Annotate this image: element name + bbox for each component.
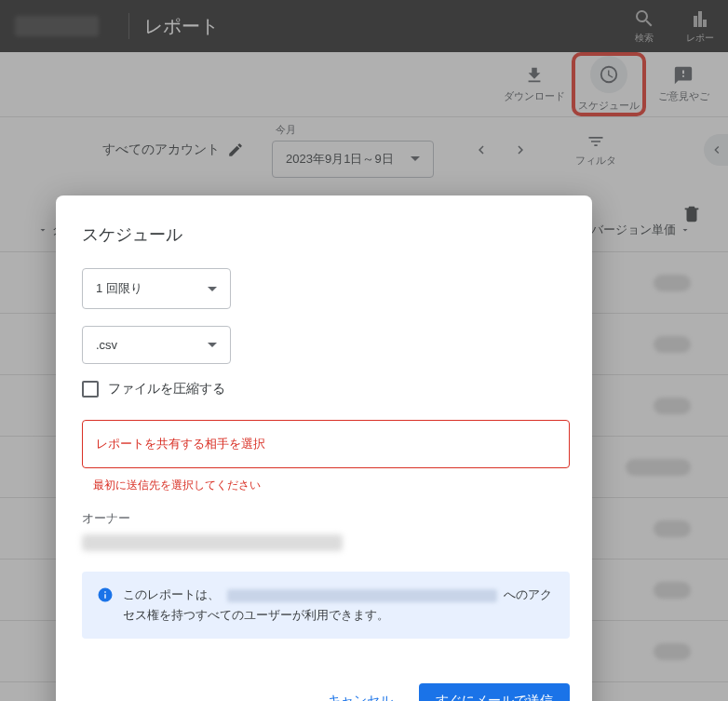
info-prefix: このレポートは、 [123,587,220,601]
format-select[interactable]: .csv [82,326,231,364]
chevron-down-icon [208,343,217,347]
owner-label: オーナー [82,510,570,527]
cancel-button[interactable]: キャンセル [317,685,404,701]
info-blurred-segment [227,589,497,602]
compress-label: ファイルを圧縮する [108,381,225,398]
share-recipients-input[interactable]: レポートを共有する相手を選択 [82,420,570,468]
schedule-dialog: スケジュール 1 回限り .csv ファイルを圧縮する レポートを共有する相手を… [56,195,592,701]
dialog-actions: キャンセル すぐにメールで送信 [82,683,570,701]
owner-value-blurred [82,534,343,551]
format-value: .csv [96,338,117,352]
dialog-title: スケジュール [82,223,570,246]
frequency-value: 1 回限り [96,280,142,297]
info-box: このレポートは、 へのアクセス権を持つすべてのユーザーが利用できます。 [82,572,570,639]
share-placeholder: レポートを共有する相手を選択 [96,437,265,451]
compress-checkbox-row[interactable]: ファイルを圧縮する [82,381,570,398]
compress-checkbox[interactable] [82,381,99,398]
info-icon [97,586,114,603]
share-error-text: 最初に送信先を選択してください [93,478,570,493]
chevron-down-icon [208,287,217,291]
info-text: このレポートは、 へのアクセス権を持つすべてのユーザーが利用できます。 [123,585,555,626]
frequency-select[interactable]: 1 回限り [82,268,231,309]
send-now-button[interactable]: すぐにメールで送信 [419,683,570,701]
